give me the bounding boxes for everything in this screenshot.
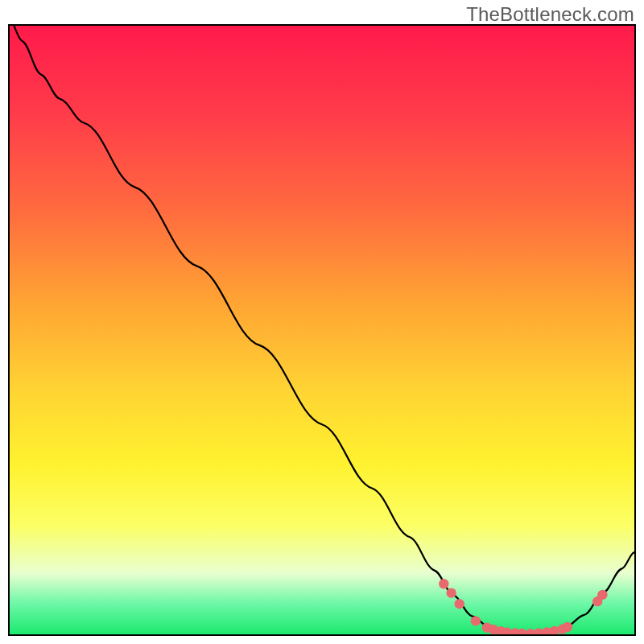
data-dot: [455, 599, 464, 609]
plot-area: [8, 24, 636, 636]
data-dot: [446, 588, 456, 597]
bottleneck-curve: [10, 26, 634, 634]
chart-container: TheBottleneck.com: [0, 0, 644, 644]
data-dot: [439, 579, 448, 588]
curve-layer: [10, 26, 634, 634]
data-dot: [517, 629, 526, 634]
watermark-text: TheBottleneck.com: [466, 3, 634, 26]
data-dot: [471, 616, 481, 625]
data-dot: [563, 622, 572, 632]
data-dot: [597, 590, 607, 600]
